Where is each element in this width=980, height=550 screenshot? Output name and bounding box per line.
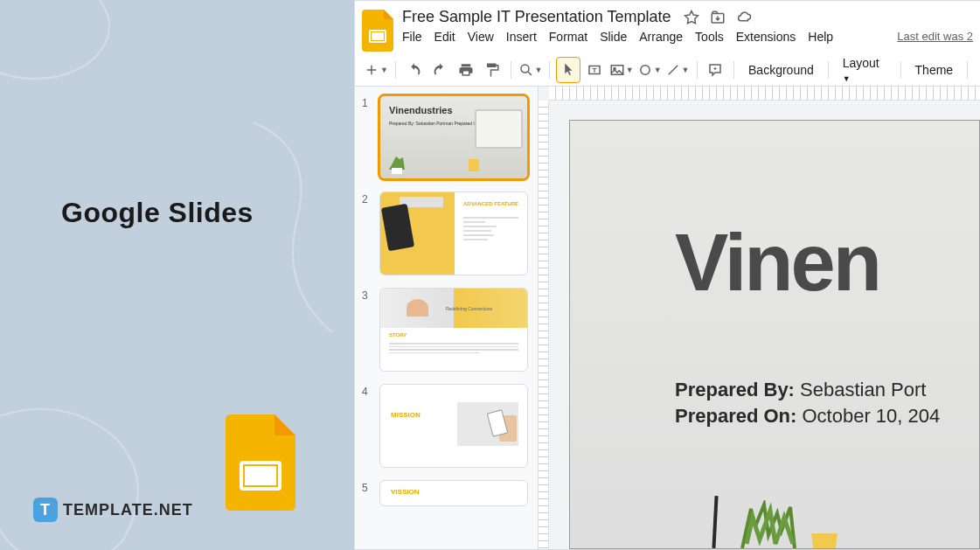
thumb-quote: Redefining Connections — [446, 306, 492, 311]
paint-format-button[interactable] — [481, 58, 504, 82]
template-brand-text: TEMPLATE.NET — [63, 501, 193, 519]
theme-button[interactable]: Theme — [908, 59, 961, 80]
last-edit-link[interactable]: Last edit was 2 — [897, 30, 973, 44]
redo-button[interactable] — [429, 58, 452, 82]
undo-button[interactable] — [403, 58, 426, 82]
menu-file[interactable]: File — [402, 30, 422, 44]
document-title[interactable]: Free Sample IT Presentation Template — [402, 8, 671, 26]
slide-main-title[interactable]: Vinen — [675, 217, 879, 309]
background-button[interactable]: Background — [741, 59, 821, 80]
slide-thumbnail-3[interactable]: Redefining Connections STORY — [379, 288, 528, 372]
comment-button[interactable] — [704, 58, 726, 82]
menu-help[interactable]: Help — [808, 30, 833, 44]
menu-insert[interactable]: Insert — [506, 30, 537, 44]
slide-filmstrip: 1 Vinendustries Prepared By: Sebastian P… — [355, 87, 539, 549]
svg-point-10 — [640, 65, 650, 74]
thumb-number: 3 — [362, 288, 372, 372]
toolbar: ▼ ▼ ▼ ▼ ▼ — [355, 53, 980, 87]
print-button[interactable] — [455, 58, 477, 82]
slide-thumbnail-2[interactable]: ADVANCED FEATURE — [379, 191, 528, 275]
slide-canvas[interactable]: Vinen Prepared By: Sebastian Port Prepar… — [569, 120, 980, 549]
slides-large-icon — [226, 414, 295, 511]
template-icon: T — [33, 498, 58, 522]
slides-app-window: Free Sample IT Presentation Template Fil… — [354, 0, 980, 550]
ruler-vertical[interactable] — [539, 101, 549, 549]
cloud-status-icon[interactable] — [736, 10, 752, 25]
star-icon[interactable] — [684, 10, 699, 25]
svg-point-6 — [521, 65, 529, 73]
thumb-number: 1 — [362, 95, 372, 179]
menu-tools[interactable]: Tools — [695, 30, 724, 44]
menu-edit[interactable]: Edit — [434, 30, 455, 44]
cup-decoration — [807, 529, 842, 549]
menu-view[interactable]: View — [468, 30, 494, 44]
pen-decoration — [712, 496, 718, 548]
slides-app-icon[interactable] — [362, 10, 393, 52]
new-slide-button[interactable]: ▼ — [364, 58, 388, 82]
thumb-heading: MISSION — [391, 411, 420, 419]
ruler-horizontal[interactable] — [549, 87, 980, 101]
thumb-number: 5 — [362, 480, 372, 506]
canvas-area: Vinen Prepared By: Sebastian Port Prepar… — [539, 87, 980, 549]
svg-rect-2 — [245, 466, 276, 485]
menu-format[interactable]: Format — [549, 30, 587, 44]
line-button[interactable]: ▼ — [665, 58, 690, 82]
svg-rect-11 — [392, 168, 402, 174]
menu-slide[interactable]: Slide — [600, 30, 627, 44]
thumb-title: Vinendustries — [389, 105, 453, 115]
plant-decoration — [733, 500, 803, 549]
shape-button[interactable]: ▼ — [637, 58, 662, 82]
slide-thumbnail-1[interactable]: Vinendustries Prepared By: Sebastian Por… — [379, 95, 528, 179]
thumb-number: 4 — [362, 384, 372, 468]
move-to-drive-icon[interactable] — [710, 10, 726, 25]
page-title: Google Slides — [61, 197, 254, 229]
svg-point-0 — [0, 0, 109, 79]
thumb-heading: ADVANCED FEATURE — [463, 201, 518, 206]
template-net-logo: T TEMPLATE.NET — [33, 498, 193, 522]
menu-extensions[interactable]: Extensions — [736, 30, 796, 44]
slide-thumbnail-5[interactable]: VISSION — [379, 480, 528, 506]
slide-prepared-text[interactable]: Prepared By: Sebastian Port Prepared On:… — [675, 379, 940, 431]
intro-left-panel: Google Slides T TEMPLATE.NET — [0, 0, 354, 550]
zoom-button[interactable]: ▼ — [518, 58, 543, 82]
svg-rect-4 — [372, 32, 384, 40]
thumb-heading: STORY — [389, 332, 407, 338]
textbox-button[interactable] — [583, 58, 606, 82]
layout-button[interactable]: Layout ▼ — [836, 52, 893, 87]
thumb-heading: VISSION — [391, 488, 419, 496]
menu-bar: File Edit View Insert Format Slide Arran… — [402, 30, 973, 44]
slide-thumbnail-4[interactable]: MISSION — [379, 384, 528, 468]
menu-arrange[interactable]: Arrange — [639, 30, 683, 44]
thumb-number: 2 — [362, 191, 372, 275]
app-header: Free Sample IT Presentation Template Fil… — [355, 1, 980, 53]
image-button[interactable]: ▼ — [609, 58, 634, 82]
select-tool-button[interactable] — [557, 58, 580, 82]
